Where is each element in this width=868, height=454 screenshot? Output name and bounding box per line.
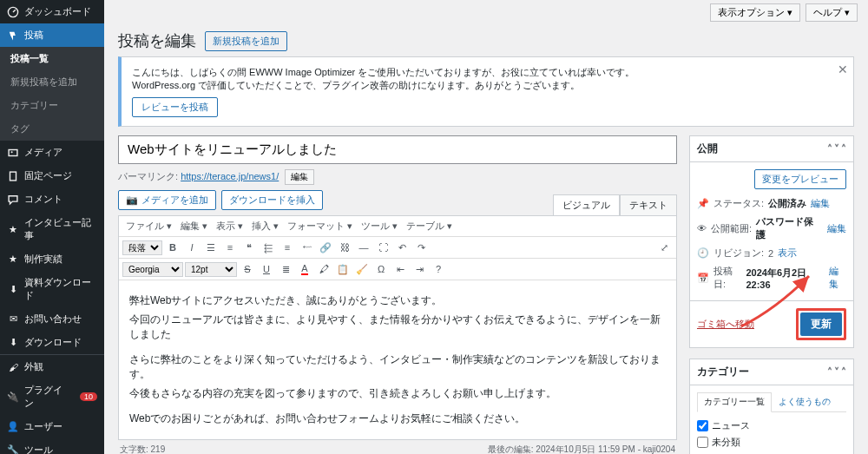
special-icon[interactable]: Ω	[372, 260, 390, 278]
more-icon[interactable]: —	[355, 239, 372, 256]
cat-item-news[interactable]: ニュース	[697, 418, 846, 434]
plugins-badge: 10	[80, 392, 97, 401]
preview-button[interactable]: 変更をプレビュー	[754, 169, 846, 189]
trash-link[interactable]: ゴミ箱へ移動	[697, 318, 754, 331]
textcolor-icon[interactable]: A	[296, 260, 313, 278]
help-button[interactable]: ヘルプ ▾	[806, 3, 858, 22]
redo-icon[interactable]: ↷	[412, 239, 430, 256]
category-panel: カテゴリー˄˅˄ カテゴリー一覧 よく使うもの ニュース 未分類 + 新規カテゴ…	[689, 359, 854, 454]
download-icon: ⬇	[7, 283, 19, 295]
menu-file[interactable]: ファイル ▾	[122, 218, 175, 234]
permalink-url[interactable]: https://terace.jp/news1/	[181, 171, 279, 181]
justify-icon[interactable]: ≣	[277, 260, 294, 278]
sidebar-item-download[interactable]: ⬇ダウンロード	[0, 331, 104, 354]
screen-options-button[interactable]: 表示オプション ▾	[710, 3, 800, 22]
menu-view[interactable]: 表示 ▾	[213, 218, 247, 234]
status-edit-link[interactable]: 編集	[811, 197, 830, 210]
cat-tab-most[interactable]: よく使うもの	[772, 392, 838, 411]
review-button[interactable]: レビューを投稿	[132, 97, 218, 117]
underline-icon[interactable]: U	[258, 260, 275, 278]
chevron-down-icon[interactable]: ˅	[834, 143, 839, 155]
add-media-button[interactable]: 📷メディアを追加	[118, 190, 216, 210]
align-center-icon[interactable]: ≡	[279, 239, 296, 256]
svg-rect-3	[10, 172, 16, 181]
cat-item-uncategorized[interactable]: 未分類	[697, 434, 846, 451]
unlink-icon[interactable]: ⛓	[336, 239, 353, 256]
visibility-edit-link[interactable]: 編集	[827, 222, 846, 235]
category-title: カテゴリー	[697, 365, 749, 379]
date-edit-link[interactable]: 編集	[829, 265, 846, 291]
expand-icon[interactable]: ⤢	[655, 239, 673, 256]
sidebar-sub-categories[interactable]: カテゴリー	[0, 94, 104, 117]
strike-icon[interactable]: S	[239, 260, 256, 278]
permalink-edit-button[interactable]: 編集	[285, 169, 314, 185]
sidebar-item-works[interactable]: ★制作実績	[0, 247, 104, 271]
insert-download-button[interactable]: ダウンロードを挿入	[221, 190, 323, 210]
publish-panel: 公開˄˅˄ 変更をプレビュー 📌ステータス: 公開済み 編集 👁公開範囲: パス…	[689, 135, 854, 348]
chevron-up-icon[interactable]: ˄	[827, 366, 832, 378]
sidebar-item-plugins[interactable]: 🔌プラグイン10	[0, 378, 104, 415]
page-icon	[7, 170, 19, 182]
eye-icon: 👁	[697, 223, 707, 234]
ol-icon[interactable]: ≡	[221, 239, 239, 256]
cat-tab-all[interactable]: カテゴリー一覧	[697, 392, 772, 412]
add-new-post-button[interactable]: 新規投稿を追加	[205, 31, 287, 51]
quote-icon[interactable]: ❝	[240, 239, 258, 256]
sidebar-item-posts[interactable]: 投稿	[0, 23, 104, 47]
sidebar-item-contact[interactable]: ✉お問い合わせ	[0, 307, 104, 331]
indent-icon[interactable]: ⇥	[411, 260, 428, 278]
ul-icon[interactable]: ☰	[202, 239, 220, 256]
menu-tools[interactable]: ツール ▾	[358, 218, 401, 234]
undo-icon[interactable]: ↶	[393, 239, 411, 256]
menu-table[interactable]: テーブル ▾	[403, 218, 456, 234]
post-title-input[interactable]	[118, 135, 677, 164]
publish-title: 公開	[697, 141, 718, 156]
align-left-icon[interactable]: ⬱	[260, 239, 277, 256]
sidebar-sub-posts-list[interactable]: 投稿一覧	[0, 47, 104, 70]
editor-content[interactable]: 弊社Webサイトにアクセスいただき、誠にありがとうございます。 今回のリニューア…	[119, 280, 676, 439]
link-icon[interactable]: 🔗	[317, 239, 334, 256]
dashboard-icon	[7, 6, 19, 18]
clear-icon[interactable]: 🧹	[353, 260, 371, 278]
sidebar-item-pages[interactable]: 固定ページ	[0, 164, 104, 188]
wrench-icon: 🔧	[7, 444, 19, 455]
notice-dismiss-icon[interactable]: ✕	[838, 63, 848, 76]
revision-icon: 🕘	[697, 247, 709, 259]
format-select[interactable]: 段落	[122, 240, 162, 255]
sidebar-item-tools[interactable]: 🔧ツール	[0, 438, 104, 454]
sidebar-item-media[interactable]: メディア	[0, 141, 104, 164]
menu-format[interactable]: フォーマット ▾	[284, 218, 356, 234]
outdent-icon[interactable]: ⇤	[391, 260, 409, 278]
sidebar-item-comments[interactable]: コメント	[0, 188, 104, 211]
paste-icon[interactable]: 📋	[334, 260, 352, 278]
sidebar-sub-add-new[interactable]: 新規投稿を追加	[0, 70, 104, 94]
page-header: 投稿を編集 新規投稿を追加	[104, 25, 868, 56]
bgcolor-icon[interactable]: 🖍	[315, 260, 332, 278]
sidebar-sub-tags[interactable]: タグ	[0, 117, 104, 141]
sidebar-item-interview[interactable]: ★インタビュー記事	[0, 211, 104, 247]
align-right-icon[interactable]: ⬳	[298, 239, 315, 256]
revision-view-link[interactable]: 表示	[778, 247, 797, 260]
menu-insert[interactable]: 挿入 ▾	[248, 218, 282, 234]
chevron-up-icon[interactable]: ˄	[841, 366, 846, 378]
pin-icon: 📌	[697, 198, 709, 209]
tab-text[interactable]: テキスト	[620, 194, 677, 216]
chevron-up-icon[interactable]: ˄	[827, 143, 832, 155]
sidebar-item-dashboard[interactable]: ダッシュボード	[0, 0, 104, 23]
bold-icon[interactable]: B	[164, 239, 181, 256]
update-button[interactable]: 更新	[800, 313, 842, 336]
chevron-down-icon[interactable]: ˅	[834, 366, 839, 378]
italic-icon[interactable]: I	[183, 239, 201, 256]
chevron-up-icon[interactable]: ˄	[841, 143, 846, 155]
fontsize-select[interactable]: 12pt	[185, 262, 237, 277]
sidebar-item-users[interactable]: 👤ユーザー	[0, 415, 104, 438]
menu-edit[interactable]: 編集 ▾	[177, 218, 211, 234]
sidebar-item-appearance[interactable]: 🖌外観	[0, 355, 104, 378]
tab-visual[interactable]: ビジュアル	[553, 194, 620, 216]
font-select[interactable]: Georgia	[122, 262, 183, 277]
calendar-icon: 📅	[697, 273, 709, 284]
fullscreen-icon[interactable]: ⛶	[374, 239, 391, 256]
sidebar-item-downloads-doc[interactable]: ⬇資料ダウンロード	[0, 271, 104, 307]
admin-sidebar: ダッシュボード 投稿 投稿一覧 新規投稿を追加 カテゴリー タグ メディア 固定…	[0, 0, 104, 454]
help-icon[interactable]: ?	[430, 260, 447, 278]
